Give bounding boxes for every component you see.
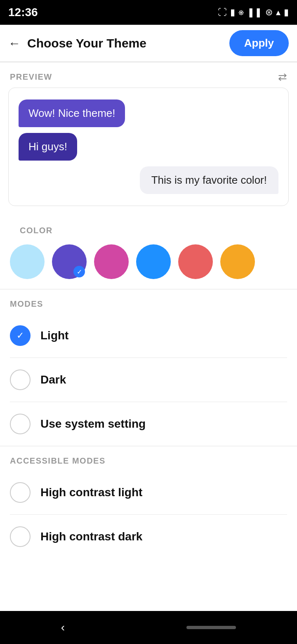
mode-system[interactable]: Use system setting bbox=[10, 402, 287, 446]
battery-icon: ▮ bbox=[284, 7, 289, 18]
swap-icon[interactable]: ⇄ bbox=[278, 71, 287, 83]
photo-icon: ▮ bbox=[230, 7, 235, 18]
swatch-orange[interactable] bbox=[220, 244, 255, 279]
back-button[interactable]: ← bbox=[8, 36, 21, 50]
vibrate-icon: ❚❚ bbox=[247, 7, 262, 18]
radio-light-check: ✓ bbox=[16, 330, 24, 341]
status-time: 12:36 bbox=[8, 6, 38, 19]
mode-dark-label: Dark bbox=[40, 373, 66, 386]
page-title: Choose Your Theme bbox=[27, 36, 146, 50]
chat-bubble-received-1: This is my favorite color! bbox=[140, 166, 278, 194]
swatch-pink[interactable] bbox=[94, 244, 129, 279]
swatches-row: ✓ bbox=[10, 244, 287, 279]
mode-high-contrast-dark-label: High contrast dark bbox=[40, 530, 142, 543]
header-left: ← Choose Your Theme bbox=[8, 36, 146, 50]
radio-high-contrast-light bbox=[10, 482, 31, 503]
header: ← Choose Your Theme Apply bbox=[0, 25, 297, 62]
radio-dark bbox=[10, 369, 31, 390]
preview-header: PREVIEW ⇄ bbox=[0, 62, 297, 88]
swatch-light-blue[interactable] bbox=[10, 244, 45, 279]
modes-label: MODES bbox=[0, 289, 297, 314]
mode-high-contrast-light[interactable]: High contrast light bbox=[10, 471, 287, 515]
swatch-purple[interactable]: ✓ bbox=[52, 244, 87, 279]
mode-light[interactable]: ✓ Light bbox=[10, 314, 287, 358]
mode-system-label: Use system setting bbox=[40, 417, 146, 431]
message-icon: ⛶ bbox=[218, 7, 227, 18]
bottom-nav: ‹ bbox=[0, 611, 297, 644]
accessible-modes-section: High contrast light High contrast dark bbox=[0, 471, 297, 559]
chat-bubble-sent-2: Hi guys! bbox=[19, 133, 77, 161]
nav-back-button[interactable]: ‹ bbox=[61, 621, 65, 634]
nav-home-pill[interactable] bbox=[186, 626, 236, 629]
chat-bubble-sent-1: Wow! Nice theme! bbox=[19, 99, 125, 127]
mode-dark[interactable]: Dark bbox=[10, 358, 287, 402]
preview-label: PREVIEW bbox=[10, 72, 52, 82]
radio-high-contrast-dark bbox=[10, 526, 31, 547]
apply-button[interactable]: Apply bbox=[229, 30, 289, 56]
chat-row-1: Wow! Nice theme! bbox=[19, 99, 278, 133]
bluetooth-icon: ⎈ bbox=[238, 7, 244, 18]
radio-system bbox=[10, 414, 31, 434]
mode-light-label: Light bbox=[40, 329, 68, 342]
color-label: COLOR bbox=[10, 216, 287, 240]
accessible-modes-label: ACCESSIBLE MODES bbox=[0, 446, 297, 471]
modes-section: ✓ Light Dark Use system setting bbox=[0, 314, 297, 446]
radio-light: ✓ bbox=[10, 325, 31, 346]
swatch-salmon[interactable] bbox=[178, 244, 213, 279]
chat-row-3: This is my favorite color! bbox=[19, 166, 278, 194]
chat-row-2: Hi guys! bbox=[19, 133, 278, 166]
color-section: COLOR ✓ bbox=[0, 216, 297, 289]
status-icons: ⛶ ▮ ⎈ ❚❚ ⊛ ▴ ▮ bbox=[218, 7, 289, 18]
swatch-check-purple: ✓ bbox=[73, 266, 85, 277]
signal-icon: ▴ bbox=[276, 7, 280, 18]
mode-high-contrast-light-label: High contrast light bbox=[40, 486, 142, 499]
preview-box: Wow! Nice theme! Hi guys! This is my fav… bbox=[8, 88, 289, 206]
wifi-icon: ⊛ bbox=[265, 7, 273, 18]
mode-high-contrast-dark[interactable]: High contrast dark bbox=[10, 515, 287, 559]
swatch-blue[interactable] bbox=[136, 244, 171, 279]
status-bar: 12:36 ⛶ ▮ ⎈ ❚❚ ⊛ ▴ ▮ bbox=[0, 0, 297, 25]
